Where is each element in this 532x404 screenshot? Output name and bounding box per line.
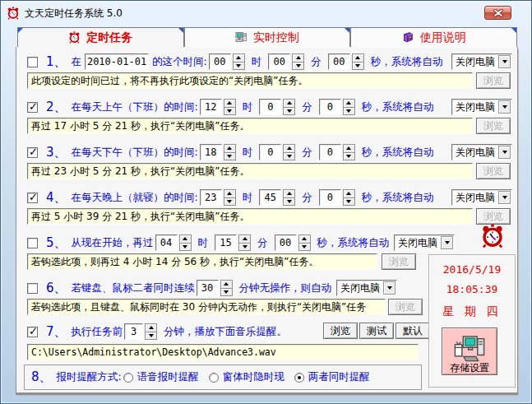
app-window: 文天定时任务系统 5.0 定时任务 实时控制 使用说明 1、 在 2010-01… — [0, 0, 532, 404]
task-5-minute-stepper[interactable] — [238, 235, 251, 251]
task-4-label: 在每天晚上（就寝）的时间: — [72, 191, 198, 205]
tail-label: 秒，系统将自动 — [317, 236, 390, 250]
spin-down-icon[interactable] — [224, 107, 236, 116]
task-5-hour-input[interactable]: 04 — [155, 235, 178, 251]
music-path-field[interactable]: C:\Users\Administrator\Desktop\Advance3.… — [27, 344, 419, 360]
spin-down-icon[interactable] — [283, 152, 295, 161]
spin-down-icon[interactable] — [283, 197, 295, 207]
task-4-action-dropdown[interactable]: 关闭电脑 — [451, 189, 512, 206]
spin-down-icon[interactable] — [352, 62, 364, 71]
spin-down-icon[interactable] — [292, 62, 304, 71]
spin-down-icon[interactable] — [343, 152, 355, 161]
spin-down-icon[interactable] — [343, 107, 355, 116]
minute-unit-label: 分 — [302, 191, 312, 205]
tab-help[interactable]: 使用说明 — [350, 27, 517, 48]
spin-down-icon[interactable] — [179, 243, 192, 252]
radio-window-flash[interactable] — [209, 373, 219, 383]
task-4-hour-stepper[interactable] — [224, 189, 236, 206]
task-2-minute-input[interactable]: 0 — [259, 99, 281, 115]
tail-label: 秒，系统将自动 — [362, 191, 434, 205]
task-2-minute-stepper[interactable] — [283, 99, 295, 115]
save-settings-button[interactable]: 存储设置 — [442, 327, 497, 375]
spin-down-icon[interactable] — [233, 62, 245, 71]
spin-down-icon[interactable] — [283, 107, 295, 116]
task-2-hour-stepper[interactable] — [224, 99, 236, 115]
task-6-minutes-stepper[interactable] — [220, 280, 233, 296]
task-5-minute-input[interactable]: 15 — [215, 235, 237, 251]
radio-both-alert[interactable] — [294, 373, 304, 383]
task-1-action-dropdown[interactable]: 关闭电脑 — [451, 53, 512, 70]
tab-realtime-control[interactable]: 实时控制 — [184, 27, 351, 48]
spin-down-icon[interactable] — [298, 243, 311, 252]
task-2-hour-input[interactable]: 12 — [200, 99, 222, 115]
task-4-hour-input[interactable]: 23 — [200, 189, 222, 206]
task-3-minute-input[interactable]: 0 — [259, 144, 281, 160]
spin-down-icon[interactable] — [343, 197, 355, 207]
music-default-button[interactable]: 默认 — [396, 323, 430, 339]
task-1-checkbox[interactable] — [27, 57, 38, 67]
task-4-second-stepper[interactable] — [343, 189, 355, 206]
task-row-4: 4、 在每天晚上（就寝）的时间: 23 时 45 分 0 秒，系统将自动 关闭电… — [27, 188, 512, 207]
task-6-status: 若钩选此项，且键盘、鼠标同时在 30 分钟内无动作，则执行“关闭电脑”任务 — [27, 299, 386, 315]
task-4-minute-input[interactable]: 45 — [259, 189, 281, 206]
task-1-date-input[interactable]: 2010-01-01 — [85, 53, 149, 70]
spin-down-icon[interactable] — [224, 197, 236, 207]
close-button[interactable] — [484, 6, 511, 20]
tail-label: 秒，系统将自动 — [362, 100, 434, 114]
task-1-minute-stepper[interactable] — [292, 53, 304, 70]
spin-down-icon[interactable] — [224, 152, 236, 161]
task-2-action-dropdown[interactable]: 关闭电脑 — [451, 99, 512, 115]
task-6-action-dropdown[interactable]: 关闭电脑 — [336, 280, 397, 296]
task-2-second-input[interactable]: 0 — [319, 99, 341, 115]
task-6-minutes-input[interactable]: 30 — [197, 280, 219, 296]
task-5-hour-stepper[interactable] — [179, 235, 192, 251]
tail-label: 秒，系统将自动 — [362, 146, 434, 160]
task-4-second-input[interactable]: 0 — [319, 189, 341, 206]
current-time: 18:05:39 — [429, 283, 515, 295]
hour-unit-label: 时 — [252, 55, 262, 69]
task-4-minute-stepper[interactable] — [283, 189, 295, 206]
task-4-status: 再过 5 小时 39 分 21 秒，执行“关闭电脑”任务。 — [27, 208, 473, 225]
task-5-second-input[interactable]: 00 — [275, 235, 297, 251]
task-3-status: 再过 23 小时 5 分 21 秒，执行“关闭电脑”任务。 — [27, 163, 473, 179]
tab-bar: 定时任务 实时控制 使用说明 — [17, 27, 517, 48]
task-3-checkbox[interactable] — [27, 147, 38, 158]
task-3-action-dropdown[interactable]: 关闭电脑 — [451, 144, 512, 160]
task-1-minute-input[interactable]: 00 — [268, 53, 290, 70]
task-6-checkbox[interactable] — [27, 283, 38, 294]
task-5-second-stepper[interactable] — [298, 235, 311, 251]
task-4-checkbox[interactable] — [27, 193, 38, 203]
task-6-number: 6、 — [46, 281, 67, 296]
task-7-minutes-input[interactable]: 3 — [124, 323, 143, 340]
title-bar[interactable]: 文天定时任务系统 5.0 — [7, 5, 482, 21]
task-5-status: 若钩选此项，则再过 4 小时 14 分 56 秒，执行“关闭电脑”任务。 — [27, 253, 377, 270]
task-7-checkbox[interactable] — [27, 327, 38, 337]
radio-voice-alert[interactable] — [123, 373, 133, 383]
task-3-second-input[interactable]: 0 — [319, 144, 341, 160]
music-browse-button[interactable]: 浏览 — [323, 323, 358, 339]
music-test-button[interactable]: 测试 — [359, 323, 394, 339]
task-3-minute-stepper[interactable] — [283, 144, 295, 160]
task-4-browse-button: 浏览 — [476, 208, 511, 225]
task-7-minutes-stepper[interactable] — [145, 323, 157, 340]
task-1-hour-stepper[interactable] — [233, 53, 245, 70]
window-title: 文天定时任务系统 5.0 — [25, 7, 123, 21]
task-2-second-stepper[interactable] — [343, 99, 355, 115]
book-icon — [402, 31, 414, 44]
tab-scheduled-tasks[interactable]: 定时任务 — [17, 27, 184, 48]
task-1-second-stepper[interactable] — [352, 53, 364, 70]
task-3-second-stepper[interactable] — [343, 144, 355, 160]
chevron-down-icon — [441, 236, 453, 249]
task-2-checkbox[interactable] — [27, 102, 38, 113]
task-5-action-dropdown[interactable]: 关闭电脑 — [394, 235, 455, 251]
task-1-second-input[interactable]: 00 — [328, 53, 350, 70]
spin-down-icon[interactable] — [220, 288, 233, 297]
task-3-hour-stepper[interactable] — [224, 144, 236, 160]
spin-down-icon[interactable] — [238, 243, 251, 252]
task-1-hour-input[interactable]: 00 — [209, 53, 231, 70]
task-5-checkbox[interactable] — [27, 238, 38, 248]
task-3-hour-input[interactable]: 18 — [200, 144, 222, 160]
spin-down-icon[interactable] — [145, 332, 157, 341]
current-weekday: 星 期 四 — [429, 304, 515, 319]
task-row-5: 5、 从现在开始，再过 04 时 15 分 00 秒，系统将自动 关闭电脑 — [27, 234, 455, 252]
